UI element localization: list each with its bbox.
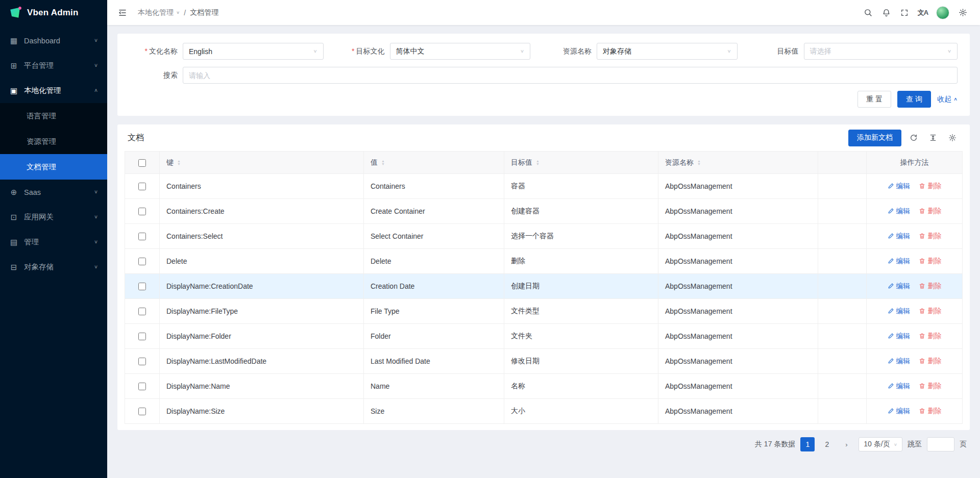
target-value-field: 目标值 请选择 ∨: [751, 43, 958, 60]
chevron-down-icon: ∨: [727, 48, 731, 54]
column-header-target-value[interactable]: 目标值 ▲▼: [504, 152, 658, 174]
row-checkbox[interactable]: [138, 283, 146, 290]
pencil-icon: [888, 208, 894, 214]
cell-resource-name: AbpOssManagement: [658, 224, 818, 249]
breadcrumb-parent[interactable]: 本地化管理 ∨: [138, 8, 180, 17]
translate-icon[interactable]: 文A: [915, 5, 931, 21]
table-header-row: 键 ▲▼ 值 ▲▼ 目标值 ▲▼: [125, 152, 963, 174]
sidebar-item-platform[interactable]: ⊞ 平台管理 ∨: [0, 53, 107, 78]
delete-link[interactable]: 删除: [919, 407, 941, 416]
menu-fold-icon[interactable]: [114, 5, 131, 21]
sort-icon[interactable]: ▲▼: [177, 160, 181, 166]
breadcrumb-separator: /: [184, 9, 186, 17]
settings-gear-icon[interactable]: [954, 5, 971, 21]
row-checkbox[interactable]: [138, 308, 146, 315]
edit-link[interactable]: 编辑: [888, 382, 910, 391]
collapse-button[interactable]: 收起 ∧: [937, 95, 958, 104]
sort-icon[interactable]: ▲▼: [381, 160, 385, 166]
next-page-button[interactable]: ›: [839, 437, 853, 451]
cell-key: DisplayName:CreationDate: [160, 274, 364, 299]
jump-to-page-input[interactable]: [927, 437, 954, 451]
resource-name-select[interactable]: 对象存储 ∨: [597, 43, 738, 60]
cell-value: Containers: [364, 174, 504, 199]
column-settings-gear-icon[interactable]: [945, 131, 960, 145]
column-header-resource-name[interactable]: 资源名称 ▲▼: [658, 152, 818, 174]
sidebar-item-gateway[interactable]: ⊡ 应用网关 ∨: [0, 205, 107, 230]
sidebar-item-saas[interactable]: ⊕ Saas ∨: [0, 180, 107, 205]
row-checkbox[interactable]: [138, 333, 146, 340]
sidebar-item-document-management[interactable]: 文档管理: [0, 154, 107, 180]
row-checkbox[interactable]: [138, 383, 146, 390]
row-checkbox[interactable]: [138, 358, 146, 365]
pencil-icon: [888, 258, 894, 264]
select-all-checkbox[interactable]: [138, 159, 146, 167]
reset-button[interactable]: 重 置: [857, 91, 891, 108]
column-header-value[interactable]: 值 ▲▼: [364, 152, 504, 174]
chevron-down-icon: ∨: [947, 48, 951, 54]
chevron-down-icon: ∨: [94, 38, 98, 43]
edit-link[interactable]: 编辑: [888, 332, 910, 341]
delete-link[interactable]: 删除: [919, 182, 941, 191]
delete-link[interactable]: 删除: [919, 282, 941, 291]
chevron-down-icon: ∨: [94, 189, 98, 195]
edit-link[interactable]: 编辑: [888, 407, 910, 416]
resource-name-label: 资源名称: [544, 47, 597, 56]
edit-link[interactable]: 编辑: [888, 257, 910, 266]
fullscreen-icon[interactable]: [896, 5, 913, 21]
sort-icon[interactable]: ▲▼: [697, 160, 701, 166]
row-height-icon[interactable]: [926, 131, 940, 145]
edit-link[interactable]: 编辑: [888, 307, 910, 316]
target-value-select[interactable]: 请选择 ∨: [804, 43, 958, 60]
sidebar-item-language-management[interactable]: 语言管理: [0, 103, 107, 129]
jump-to-suffix: 页: [960, 440, 967, 449]
delete-link[interactable]: 删除: [919, 357, 941, 366]
sidebar-item-management[interactable]: ▤ 管理 ∨: [0, 230, 107, 255]
target-culture-select[interactable]: 简体中文 ∨: [390, 43, 531, 60]
culture-name-select[interactable]: English ∨: [183, 43, 324, 60]
cell-actions: 编辑 删除: [867, 324, 963, 349]
page-button-2[interactable]: 2: [820, 437, 834, 451]
cell-actions: 编辑 删除: [867, 199, 963, 224]
add-document-button[interactable]: 添加新文档: [848, 130, 901, 146]
delete-link[interactable]: 删除: [919, 332, 941, 341]
row-checkbox[interactable]: [138, 208, 146, 215]
avatar[interactable]: [936, 6, 949, 19]
cell-target-value: 大小: [504, 399, 658, 424]
delete-link[interactable]: 删除: [919, 382, 941, 391]
page-size-value: 10 条/页: [864, 440, 890, 449]
content: *文化名称 English ∨ *目标文化 简体中文 ∨: [107, 25, 980, 478]
edit-link[interactable]: 编辑: [888, 182, 910, 191]
sidebar-item-localization[interactable]: ▣ 本地化管理 ∧: [0, 78, 107, 103]
edit-link[interactable]: 编辑: [888, 357, 910, 366]
row-checkbox[interactable]: [138, 233, 146, 240]
cell-key: DisplayName:Size: [160, 399, 364, 424]
row-checkbox[interactable]: [138, 408, 146, 415]
row-checkbox[interactable]: [138, 183, 146, 190]
cell-actions: 编辑 删除: [867, 374, 963, 399]
page-size-select[interactable]: 10 条/页 ∨: [859, 437, 902, 451]
localization-submenu: 语言管理 资源管理 文档管理: [0, 103, 107, 180]
search-input[interactable]: [183, 67, 958, 84]
notification-bell-icon[interactable]: [878, 5, 894, 21]
sort-icon[interactable]: ▲▼: [536, 160, 540, 166]
cell-actions: 编辑 删除: [867, 399, 963, 424]
logo[interactable]: Vben Admin: [0, 0, 107, 25]
refresh-icon[interactable]: [906, 131, 921, 145]
row-checkbox[interactable]: [138, 258, 146, 265]
sidebar-item-object-storage[interactable]: ⊟ 对象存储 ∨: [0, 255, 107, 280]
cell-key: Delete: [160, 249, 364, 274]
pencil-icon: [888, 408, 894, 414]
query-button[interactable]: 查 询: [897, 91, 931, 108]
sidebar-item-dashboard[interactable]: ▦ Dashboard ∨: [0, 28, 107, 53]
delete-link[interactable]: 删除: [919, 257, 941, 266]
sidebar-item-resource-management[interactable]: 资源管理: [0, 129, 107, 154]
edit-link[interactable]: 编辑: [888, 232, 910, 241]
column-header-key[interactable]: 键 ▲▼: [160, 152, 364, 174]
delete-link[interactable]: 删除: [919, 232, 941, 241]
delete-link[interactable]: 删除: [919, 207, 941, 216]
page-button-1[interactable]: 1: [800, 437, 815, 451]
search-icon[interactable]: [860, 5, 876, 21]
edit-link[interactable]: 编辑: [888, 282, 910, 291]
edit-link[interactable]: 编辑: [888, 207, 910, 216]
delete-link[interactable]: 删除: [919, 307, 941, 316]
